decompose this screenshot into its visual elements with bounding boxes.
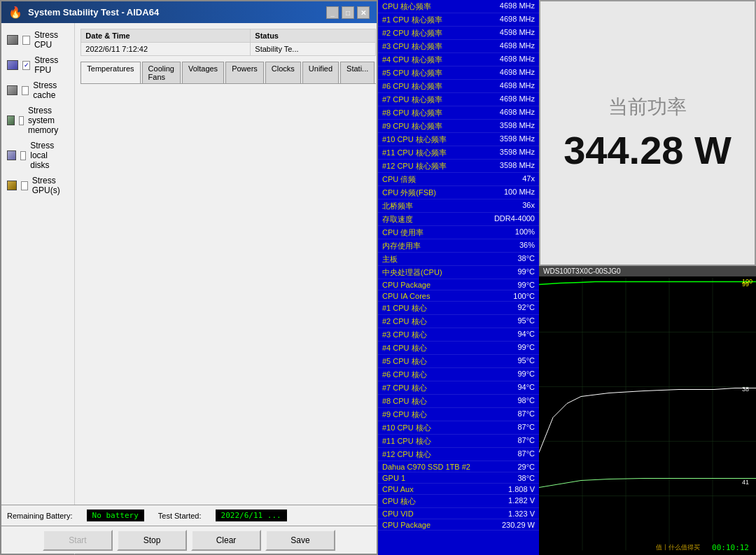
tab-temperatures[interactable]: Temperatures [80,62,140,83]
title-bar: 🔥 System Stability Test - AIDA64 _ □ ✕ [1,1,377,23]
info-label-1: #1 CPU 核心频率 [382,15,442,25]
info-value-10: 3598 MHz [500,134,535,145]
info-label-37: CPU Aux [382,485,414,493]
maximize-button[interactable]: □ [342,6,354,19]
info-row-12: #12 CPU 核心频率3598 MHz [378,160,539,173]
info-value-24: 95°C [517,316,535,327]
battery-value: No battery [87,510,144,521]
stress-fpu-checkbox[interactable]: ✓ [22,61,30,70]
info-label-19: 主板 [382,254,398,265]
info-row-6: #6 CPU 核心频率4698 MHz [378,80,539,93]
info-row-35: Dahua C970 SSD 1TB #229°C [378,461,539,472]
info-label-29: #7 CPU 核心 [382,383,427,393]
info-row-7: #7 CPU 核心频率4698 MHz [378,93,539,106]
log-datetime: 2022/6/11 7:12:42 [81,43,251,56]
info-value-11: 3598 MHz [500,148,535,158]
info-value-17: 100% [515,227,535,238]
stress-disks-label: Stress local disks [30,141,69,170]
info-row-20: 中央处理器(CPU)99°C [378,266,539,279]
stop-button[interactable]: Stop [117,530,187,551]
test-started-value: 2022/6/11 ... [216,510,287,521]
memory-icon [7,115,15,125]
tab-powers[interactable]: Powers [225,62,264,83]
info-row-5: #5 CPU 核心频率4698 MHz [378,66,539,80]
info-value-16: DDR4-4000 [494,214,535,225]
close-button[interactable]: ✕ [357,6,370,19]
stress-gpu-label: Stress GPU(s) [32,176,69,195]
tab-cooling-fans[interactable]: Cooling Fans [142,62,181,83]
start-button[interactable]: Start [43,530,113,551]
info-label-21: CPU Package [382,281,430,289]
info-value-38: 1.282 V [508,496,535,507]
minimize-button[interactable]: _ [326,6,339,19]
info-value-7: 4698 MHz [500,94,535,105]
fpu-icon [7,60,18,70]
info-row-26: #4 CPU 核心99°C [378,342,539,355]
info-label-3: #3 CPU 核心频率 [382,41,442,52]
right-chart-header: WDS100T3X0C-00SJG0 [539,266,756,276]
sidebar-item-stress-memory: Stress system memory [7,104,69,136]
info-row-9: #9 CPU 核心频率3598 MHz [378,120,539,133]
info-value-8: 4698 MHz [500,108,535,118]
info-label-31: #9 CPU 核心 [382,409,427,420]
info-row-4: #4 CPU 核心频率4698 MHz [378,53,539,66]
info-value-33: 87°C [517,436,535,447]
info-value-21: 99°C [517,281,535,289]
info-row-17: CPU 使用率100% [378,226,539,239]
info-value-29: 94°C [517,383,535,393]
info-label-2: #2 CPU 核心频率 [382,28,442,38]
info-value-4: 4698 MHz [500,55,535,65]
info-value-34: 87°C [517,449,535,460]
sidebar-item-stress-gpu: Stress GPU(s) [7,174,69,197]
watermark: 值丨什么值得买 [656,543,700,552]
info-row-31: #9 CPU 核心87°C [378,408,539,421]
power-value: 344.28 W [564,127,732,173]
tab-stati[interactable]: Stati... [340,62,374,83]
info-value-40: 230.29 W [502,521,535,529]
info-value-1: 4698 MHz [500,15,535,25]
info-value-5: 4698 MHz [500,68,535,78]
stress-gpu-checkbox[interactable] [21,181,27,190]
info-label-23: #1 CPU 核心 [382,303,427,314]
tab-clocks[interactable]: Clocks [265,62,301,83]
info-value-35: 29°C [517,463,535,471]
log-row: 2022/6/11 7:12:42 Stability Te... [81,43,376,56]
clear-button[interactable]: Clear [191,530,261,551]
disk-icon [7,150,16,160]
info-row-3: #3 CPU 核心频率4698 MHz [378,40,539,53]
flame-icon: 🔥 [8,6,22,19]
info-value-25: 94°C [517,330,535,340]
info-row-21: CPU Package99°C [378,279,539,290]
sidebar-item-stress-disks: Stress local disks [7,139,69,171]
info-label-33: #11 CPU 核心 [382,436,431,447]
info-label-6: #6 CPU 核心频率 [382,81,442,92]
info-label-5: #5 CPU 核心频率 [382,68,442,78]
info-value-30: 98°C [517,396,535,407]
info-value-26: 99°C [517,343,535,353]
save-button[interactable]: Save [265,530,335,551]
info-label-36: GPU 1 [382,474,405,482]
tab-unified[interactable]: Unified [302,62,339,83]
stress-memory-checkbox[interactable] [19,116,24,125]
info-row-18: 内存使用率36% [378,239,539,253]
info-label-28: #6 CPU 核心 [382,370,427,380]
stress-cache-checkbox[interactable] [22,86,29,95]
info-value-36: 38°C [517,474,535,482]
right-chart-svg: 99 100 38 41 [539,276,756,552]
stress-cpu-checkbox[interactable] [22,36,30,45]
svg-text:38: 38 [742,386,749,393]
info-value-32: 87°C [517,423,535,433]
stress-disks-checkbox[interactable] [20,151,27,160]
info-row-22: CPU IA Cores100°C [378,290,539,302]
button-bar: Start Stop Clear Save [1,526,377,554]
info-row-13: CPU 倍频47x [378,173,539,186]
info-row-32: #10 CPU 核心87°C [378,421,539,435]
tab-voltages[interactable]: Voltages [182,62,224,83]
log-table: Date & Time Status 2022/6/11 7:12:42 Sta… [80,29,376,56]
info-label-27: #5 CPU 核心 [382,356,427,367]
info-label-0: CPU 核心频率 [382,1,431,12]
info-value-27: 95°C [517,356,535,367]
info-row-29: #7 CPU 核心94°C [378,381,539,395]
info-row-37: CPU Aux1.808 V [378,484,539,495]
tab-bar: Temperatures Cooling Fans Voltages Power… [80,62,376,84]
